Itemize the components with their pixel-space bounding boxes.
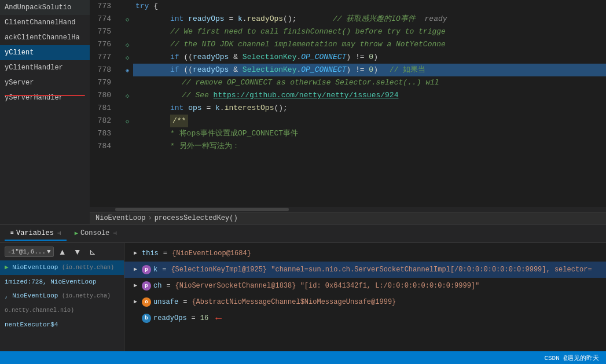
var-eq-readyops: = [192, 312, 196, 325]
gutter-776[interactable]: ◇ [122, 38, 133, 51]
var-expand-ch[interactable]: ▶ [131, 282, 139, 290]
line-num-776: 776 [90, 38, 116, 51]
var-eq-ch: = [166, 280, 170, 292]
tab-variables[interactable]: ≡ Variables ⊣ [5, 227, 67, 241]
panel-content: -1"@1,6... ▼ ▲ ▼ ⊾ ▶ NioEventLoop (io.ne… [0, 243, 606, 351]
code-line-780: // See https://github.com/netty/netty/is… [133, 89, 606, 102]
breadcrumb-sep: › [148, 214, 152, 222]
var-row-ch[interactable]: ▶ p ch = {NioServerSocketChannel@1838} "… [124, 278, 606, 294]
line-num-778: 778 [90, 64, 116, 76]
stack-item-0[interactable]: ▶ NioEventLoop (io.netty.chan) [0, 260, 124, 275]
h-scrollbar[interactable] [90, 207, 606, 212]
var-expand-k[interactable]: ▶ [131, 266, 139, 274]
gutter-782[interactable]: ◇ [122, 115, 133, 127]
dropdown-arrow: ▼ [47, 248, 51, 255]
debug-sidebar: -1"@1,6... ▼ ▲ ▼ ⊾ ▶ NioEventLoop (io.ne… [0, 243, 124, 351]
var-name-readyops: readyOps [153, 312, 187, 325]
var-row-this[interactable]: ▶ this = {NioEventLoop@1684} [124, 245, 606, 262]
variables-icon: ≡ [10, 230, 14, 236]
gutter: ◇ ◇ ◇ ◈ ◇ ◇ [122, 0, 133, 207]
code-line-775: // We first need to call finishConnect()… [133, 25, 606, 38]
code-line-783: * 将ops事件设置成OP_CONNECT事件 [133, 127, 606, 140]
var-icon-k: p [142, 265, 151, 274]
code-line-773: try { [133, 0, 606, 13]
code-area: 773 774 775 776 777 778 779 780 781 782 … [90, 0, 606, 207]
h-scrollbar-thumb[interactable] [115, 208, 289, 211]
code-editor: 773 774 775 776 777 778 779 780 781 782 … [90, 0, 606, 224]
stack-item-4[interactable]: nentExecutor$4 [0, 318, 124, 332]
var-icon-readyops: b [142, 314, 151, 323]
sidebar-item-1[interactable]: ClientChannelHand [0, 15, 90, 30]
line-num-780: 780 [90, 89, 116, 102]
filter-btn[interactable]: ⊾ [86, 245, 99, 258]
debug-stack: ▶ NioEventLoop (io.netty.chan) imized:72… [0, 260, 124, 351]
debug-controls: -1"@1,6... ▼ ▲ ▼ ⊾ [0, 243, 124, 260]
gutter-779 [122, 76, 133, 89]
var-value-readyops: 16 [200, 312, 208, 325]
var-value-k: {SelectionKeyImpl@1925} "channel=sun.nio… [171, 263, 592, 276]
step-up-btn[interactable]: ▲ [56, 245, 69, 258]
tab-variables-label: Variables [16, 229, 54, 237]
sidebar-item-5[interactable]: yServer [0, 75, 90, 90]
code-line-778: if ((readyOps & SelectionKey.OP_CONNECT)… [133, 64, 606, 76]
code-line-779: // remove OP_CONNECT as otherwise Select… [133, 76, 606, 89]
var-expand-unsafe[interactable]: ▶ [131, 298, 139, 306]
sidebar-item-3[interactable]: yClient [0, 45, 90, 60]
var-name-ch: ch [153, 280, 161, 292]
gutter-784 [122, 140, 133, 153]
var-row-unsafe[interactable]: ▶ o unsafe = {AbstractNioMessageChannel$… [124, 294, 606, 310]
line-num-784: 784 [90, 140, 116, 153]
var-eq-this: = [163, 247, 167, 260]
code-line-777: if ((readyOps & SelectionKey.OP_CONNECT)… [133, 51, 606, 64]
gutter-775 [122, 25, 133, 38]
tab-pin-icon: ⊣ [57, 230, 61, 237]
var-value-this: {NioEventLoop@1684} [172, 247, 251, 260]
var-name-k: k [153, 263, 157, 276]
var-expand-this[interactable]: ▶ [131, 249, 139, 258]
var-value-unsafe: {AbstractNioMessageChannel$NioMessageUns… [192, 296, 396, 308]
var-row-readyops[interactable]: ▶ b readyOps = 16 ← [124, 310, 606, 326]
stack-item-3[interactable]: o.netty.channel.nio) [0, 303, 124, 318]
var-name-this: this [142, 247, 159, 260]
var-value-ch: {NioServerSocketChannel@1838} "[id: 0x64… [175, 280, 480, 292]
debug-frame-label: -1"@1,6... [8, 248, 46, 255]
sidebar-item-4[interactable]: yClientHandler [0, 60, 90, 75]
sidebar-item-6[interactable]: yServerHandler [0, 90, 90, 105]
line-num-779: 779 [90, 76, 116, 89]
var-row-k[interactable]: ▶ p k = {SelectionKeyImpl@1925} "channel… [124, 262, 606, 278]
status-bar: CSDN @遇见的昨天 [0, 351, 606, 364]
red-arrow-annotation: ← [215, 312, 222, 325]
console-pin-icon: ⊣ [113, 230, 116, 237]
gutter-781 [122, 102, 133, 115]
line-num-783: 783 [90, 127, 116, 140]
code-content: try { int readyOps = k.readyOps(); // 获取… [133, 0, 606, 207]
line-num-774: 774 [90, 13, 116, 25]
sidebar-item-2[interactable]: ackClientChannelHa [0, 30, 90, 45]
line-num-781: 781 [90, 102, 116, 115]
breadcrumb-method: processSelectedKey() [155, 214, 238, 222]
sidebar-item-0[interactable]: AndUnpackSolutio [0, 0, 90, 15]
breadcrumb-class: NioEventLoop [96, 214, 145, 222]
code-line-776: // the NIO JDK channel implementation ma… [133, 38, 606, 51]
stack-item-2[interactable]: , NioEventLoop (io.netty.cha) [0, 289, 124, 303]
gutter-778[interactable]: ◈ [122, 64, 133, 76]
var-icon-ch: p [142, 281, 151, 291]
sidebar: AndUnpackSolutio ClientChannelHand ackCl… [0, 0, 90, 224]
gutter-777[interactable]: ◇ [122, 51, 133, 64]
tab-console[interactable]: ▶ Console ⊣ [69, 227, 122, 241]
tab-console-label: Console [80, 229, 109, 237]
gutter-780[interactable]: ◇ [122, 89, 133, 102]
debug-frame-dropdown[interactable]: -1"@1,6... ▼ [5, 247, 54, 257]
var-eq-unsafe: = [183, 296, 187, 308]
stack-item-1[interactable]: imized:728, NioEventLoop [0, 275, 124, 289]
gutter-774[interactable]: ◇ [122, 13, 133, 25]
variables-panel: ▶ this = {NioEventLoop@1684} ▶ p k = {Se… [124, 243, 606, 351]
editor-container: AndUnpackSolutio ClientChannelHand ackCl… [0, 0, 606, 224]
code-line-782: /** [133, 115, 606, 127]
step-down-btn[interactable]: ▼ [71, 245, 84, 258]
panel-tabs: ≡ Variables ⊣ ▶ Console ⊣ [0, 225, 606, 243]
code-line-781: int ops = k.interestOps(); [133, 102, 606, 115]
line-num-773: 773 [90, 0, 116, 13]
var-icon-unsafe: o [142, 297, 151, 307]
console-icon: ▶ [75, 230, 78, 237]
